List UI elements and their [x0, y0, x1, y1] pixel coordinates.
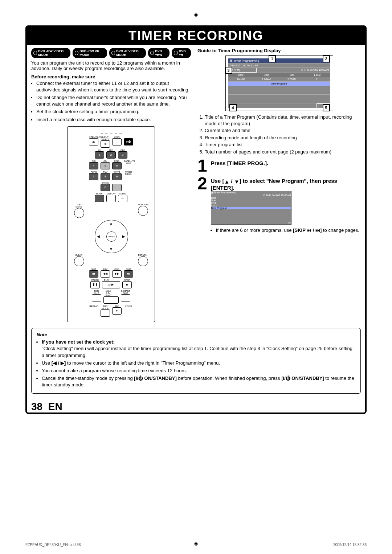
callout-3: 3 [225, 67, 232, 74]
callout-4: 4 [229, 104, 237, 111]
badge-dvd-r-video: DVD -R VIDEO MODE [109, 48, 146, 58]
up-arrow-icon: ▲ [224, 178, 229, 185]
step-2-title: Use [▲ / ▼] to select "New Program", the… [211, 178, 361, 191]
audio-button: ㏄ [118, 195, 127, 202]
standby-button: I/⏻ [124, 138, 133, 145]
before-item: Do not change the external tuner's chann… [36, 94, 191, 107]
step-number: 2 [197, 176, 207, 191]
key-4: 4 [89, 162, 98, 169]
intro-text: You can program the unit to record up to… [31, 60, 191, 71]
time-slip-button [92, 294, 101, 301]
footer-left: E7PEAUD_DR430KU_EN.indd 38 [25, 543, 81, 547]
key-6: 6 [112, 162, 122, 169]
key-0: 0 [101, 184, 110, 191]
display-button [106, 195, 116, 202]
menu-list-button [138, 206, 148, 216]
callout-2: 2 [323, 55, 330, 62]
step-number: 1 [197, 159, 207, 173]
skip-fwd-button: ⏭ [124, 270, 133, 278]
clear-button [74, 256, 84, 266]
up-arrow-icon: ▲ [109, 221, 113, 225]
note-item: Cancel the timer-standby mode by pressin… [42, 375, 355, 388]
remote-control-diagram: ▭▭▭▭▭ OPEN/CLOSE⏏ INPUT SELECT⊕ HDMI I/⏻… [67, 126, 155, 322]
step-2: 2 Use [▲ / ▼] to select "New Program", t… [197, 176, 361, 236]
key-7: 7 [89, 173, 98, 180]
footer-right: 2009/12/14 18:32:36 [333, 543, 367, 547]
note-heading: Note [37, 332, 355, 337]
before-item: Set the clock before setting a timer pro… [36, 108, 191, 115]
page-title: TIMER RECORDING [27, 27, 365, 45]
disc-badges: DVD -RW VIDEO MODE DVD -RW VR MODE DVD -… [31, 48, 191, 58]
hdmi-button [112, 138, 122, 145]
callout-5: 5 [323, 104, 330, 111]
step-1: 1 Press [TIMER PROG.]. [197, 159, 361, 173]
instant-skip-button [121, 294, 130, 301]
timer-prog-button [112, 184, 122, 191]
guide-item: Timer program list [205, 141, 361, 148]
key-3: 3 [118, 151, 127, 159]
callout-1: 1 [269, 55, 276, 62]
page-frame: TIMER RECORDING DVD -RW VIDEO MODE DVD -… [25, 25, 367, 414]
guide-item: Recording mode and length of the recordi… [205, 135, 361, 141]
top-menu-button [74, 208, 84, 218]
mini-screen: ▦Timer Programming ⏱ THU JAN/07 10:00AM … [211, 191, 291, 225]
open-close-button: ⏏ [89, 138, 98, 145]
stop-button: ■ [122, 281, 132, 288]
note-item: Use [◀ / ▶] to move the cursor to the le… [42, 360, 355, 366]
guide-list: Title of a Timer Program (Contains date,… [197, 114, 361, 155]
left-arrow-icon: ◀ [97, 234, 100, 238]
fwd-button: ▶▶ [112, 270, 122, 278]
screen-icon: ▦ [230, 59, 233, 62]
note-item: If you have not set the clock yet:"Clock… [42, 339, 355, 359]
key-9: 9 [112, 173, 122, 180]
step-2-note: If there are 6 or more programs, use [SK… [216, 227, 361, 234]
speed-play-button [103, 296, 119, 304]
rev-button: ◀◀ [101, 270, 110, 278]
guide-item: Current date and time [205, 127, 361, 134]
badge-dvd-rw-video: DVD -RW VIDEO MODE [31, 48, 70, 58]
before-heading: Before recording, make sure [31, 74, 191, 79]
timer-programming-screen: 1 2 3 4 5 ▦Timer Programming JAN/ 8/10 1… [225, 56, 333, 111]
rec-button: ● [112, 307, 122, 315]
page-number: 38 EN [31, 401, 361, 413]
note-item: You cannot make a program whose recordin… [42, 368, 355, 374]
key-8: 8 [101, 173, 110, 180]
key-5: 5 [101, 162, 110, 169]
dpad: ENTER ▲ ▼ ◀ ▶ [95, 220, 127, 253]
badge-dvd-plus-r: DVD +R [172, 48, 191, 58]
before-list: Connect the external tuner to either L1 … [31, 80, 191, 123]
badge-dvd-rw-vr: DVD -RW VR MODE [73, 48, 107, 58]
registration-mark-bottom: ◈ [194, 540, 198, 547]
guide-item: Title of a Timer Program (Contains date,… [205, 114, 361, 127]
pause-button: ❚❚ [90, 281, 100, 288]
note-box: Note If you have not set the clock yet:"… [31, 328, 361, 393]
setup-button [95, 195, 104, 202]
rec-mode-button [101, 309, 110, 317]
guide-heading: Guide to Timer Programming Display [197, 48, 361, 53]
skip-back-button: ⏮ [89, 270, 98, 278]
input-select-button: ⊕ [101, 140, 110, 148]
return-button [138, 256, 148, 266]
before-item: Connect the external tuner to either L1 … [36, 80, 191, 93]
play-button: ▷ ▶ [102, 281, 120, 288]
down-arrow-icon: ▼ [234, 178, 240, 185]
skip-prev-icon: ⏮ [307, 227, 311, 234]
down-arrow-icon: ▼ [109, 247, 113, 251]
badge-dvd-plus-rw: DVD +RW [148, 48, 170, 58]
guide-item: Total number of pages and current page (… [205, 149, 361, 155]
key-1: 1 [95, 151, 104, 159]
skip-next-icon: ⏭ [315, 227, 320, 234]
registration-mark-top: ◈ [193, 11, 199, 19]
right-arrow-icon: ▶ [122, 234, 125, 238]
key-2: 2 [106, 151, 116, 159]
before-item: Insert a recordable disc with enough rec… [36, 116, 191, 123]
step-1-title: Press [TIMER PROG.]. [211, 160, 268, 166]
